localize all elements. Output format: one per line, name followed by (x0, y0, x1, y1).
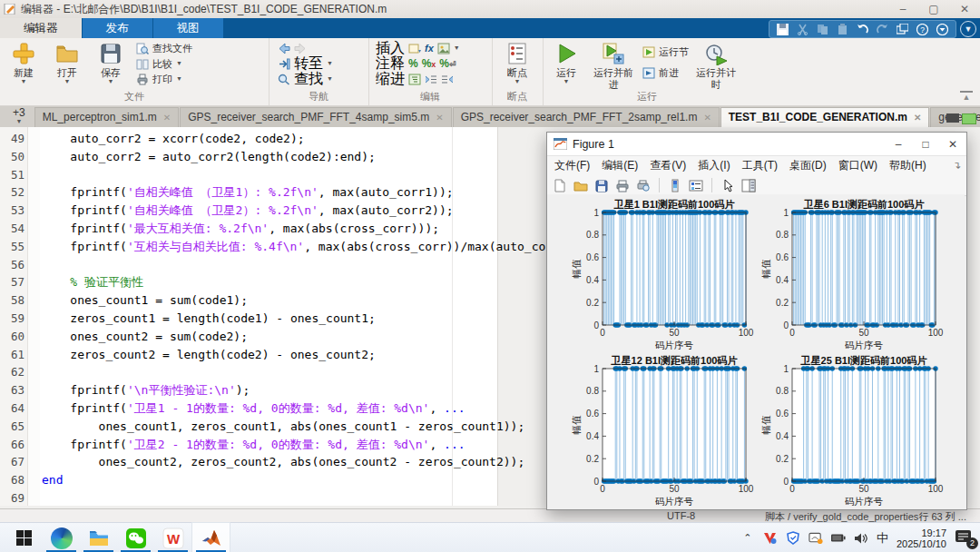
line-number[interactable]: 54– (0, 220, 27, 238)
qat-dropdown-icon[interactable] (936, 24, 948, 35)
property-inspector-icon[interactable] (741, 179, 756, 192)
save-button[interactable]: 保存▼ (93, 42, 129, 84)
help-icon[interactable]: ? (916, 24, 928, 35)
run-section-button[interactable]: 运行节 (642, 45, 689, 58)
goto-button[interactable]: 转至▼ (278, 57, 363, 70)
taskbar-file-explorer[interactable] (80, 523, 117, 552)
paste-icon[interactable] (837, 24, 848, 35)
start-button[interactable] (5, 523, 43, 552)
find-button[interactable]: 查找▼ (278, 73, 363, 85)
maximize-button[interactable]: ▢ (918, 0, 949, 18)
uncomment-icon[interactable]: %x (422, 57, 436, 70)
undo-icon[interactable] (857, 24, 868, 35)
pointer-icon[interactable] (720, 179, 735, 192)
line-number[interactable]: 50– (0, 148, 27, 166)
insert-image-icon[interactable] (437, 43, 450, 54)
find-files-button[interactable]: 查找文件 (136, 42, 192, 54)
tray-antivirus-icon[interactable] (763, 531, 778, 546)
editor-tab-1[interactable]: GPS_receiver_search_PMF_FFT_4samp_sim5.m… (180, 107, 451, 127)
taskbar-wechat[interactable] (117, 523, 154, 552)
figure-maximize-button[interactable]: □ (912, 133, 939, 155)
save-icon[interactable] (777, 24, 789, 35)
line-number[interactable]: 58– (0, 291, 27, 310)
wrap-comments-icon[interactable]: %⏎ (439, 57, 456, 70)
taskbar-edge[interactable] (43, 523, 80, 552)
menu-edit[interactable]: 编辑(E) (602, 158, 638, 173)
advance-button[interactable]: 前进 (642, 66, 689, 79)
line-number[interactable]: 63– (0, 381, 27, 399)
ribbon-tab-view[interactable]: 视图 (153, 18, 223, 38)
insert-fx-icon[interactable]: fx (425, 43, 434, 54)
run-time-button[interactable]: 运行并计时 (696, 42, 736, 91)
run-advance-button[interactable]: 运行并前进 (592, 42, 635, 91)
line-number[interactable]: 49– (0, 130, 27, 148)
editor-tab-3[interactable]: TEST_B1I_CODE_GENERATION.m✕ (720, 107, 930, 127)
tray-battery-icon[interactable] (831, 531, 846, 546)
menu-desktop[interactable]: 桌面(D) (789, 158, 827, 173)
code-analyzer-indicator[interactable] (962, 113, 976, 124)
ribbon-options-icon[interactable]: ▼ (960, 21, 976, 37)
new-button[interactable]: 新建▼ (5, 42, 42, 84)
taskbar-wps[interactable]: W (154, 523, 191, 552)
ime-indicator[interactable]: 中 (877, 530, 888, 547)
close-button[interactable]: ✕ (949, 0, 980, 18)
compare-button[interactable]: 比较▼ (136, 57, 192, 70)
indent-right-icon[interactable] (425, 74, 437, 85)
forward-icon[interactable] (294, 43, 307, 54)
tray-shield-icon[interactable] (786, 531, 800, 546)
ribbon-tab-editor[interactable]: 编辑器 (0, 18, 82, 38)
ribbon-tab-publish[interactable]: 发布 (83, 18, 152, 38)
figure-titlebar[interactable]: Figure 1 – □ ✕ (547, 133, 966, 156)
line-number[interactable]: 56 (0, 256, 27, 274)
line-number[interactable]: 61– (0, 346, 27, 364)
line-number[interactable]: 67 (0, 453, 27, 471)
colorbar-icon[interactable] (668, 179, 682, 192)
line-number[interactable]: 64– (0, 399, 27, 418)
redo-icon[interactable] (877, 24, 888, 35)
back-icon[interactable] (278, 43, 290, 54)
line-number[interactable]: 57 (0, 273, 27, 291)
figure-window[interactable]: Figure 1 – □ ✕ 文件(F) 编辑(E) 查看(V) 插入(I) 工… (546, 132, 967, 510)
menu-window[interactable]: 窗口(W) (838, 158, 877, 173)
line-number[interactable]: 51 (0, 166, 27, 184)
breakpoints-button[interactable]: 断点▼ (499, 42, 535, 84)
figure-close-button[interactable]: ✕ (939, 133, 966, 155)
smart-indent-icon[interactable] (408, 74, 421, 85)
print-button[interactable]: 打印▼ (136, 73, 192, 85)
menu-view[interactable]: 查看(V) (650, 158, 686, 173)
tab-close-icon[interactable]: ✕ (703, 108, 710, 127)
tab-overflow-button[interactable]: +3▼ (0, 106, 34, 127)
minimize-button[interactable]: – (887, 0, 918, 18)
indent-left-icon[interactable] (441, 74, 454, 85)
line-number[interactable]: 69 (0, 489, 27, 508)
dock-figure-icon[interactable]: ↴ (953, 160, 961, 172)
line-number[interactable]: 55– (0, 238, 27, 256)
line-number[interactable]: 62 (0, 363, 27, 381)
comment-icon[interactable]: % (408, 57, 418, 70)
tab-close-icon[interactable]: ✕ (163, 108, 171, 127)
insert-section-icon[interactable] (408, 43, 421, 54)
tab-close-icon[interactable]: ✕ (914, 108, 921, 127)
menu-help[interactable]: 帮助(H) (889, 158, 926, 173)
open-button[interactable]: 打开▼ (49, 42, 85, 84)
menu-insert[interactable]: 插入(I) (698, 158, 730, 173)
line-number[interactable]: 66– (0, 436, 27, 454)
legend-icon[interactable] (689, 179, 703, 192)
taskbar-matlab[interactable] (191, 522, 230, 552)
tray-volume-icon[interactable] (854, 531, 868, 546)
editor-tab-2[interactable]: GPS_receiver_search_PMF_FFT_2samp_rel1.m… (453, 107, 720, 127)
taskbar-clock[interactable]: 19:17 2025/10/10 (897, 527, 946, 549)
switch-windows-icon[interactable] (897, 24, 908, 35)
open-file-icon[interactable] (573, 179, 588, 192)
collapse-ribbon-icon[interactable]: ▲ (960, 91, 973, 102)
line-number[interactable]: 52– (0, 183, 27, 202)
new-figure-icon[interactable] (553, 179, 567, 192)
line-number[interactable]: 65 (0, 418, 27, 436)
menu-tools[interactable]: 工具(T) (742, 158, 778, 173)
editor-tab-0[interactable]: ML_perceptron_sim1.m✕ (34, 107, 179, 127)
copy-icon[interactable] (817, 24, 828, 35)
print-figure-icon[interactable] (615, 179, 630, 192)
line-number[interactable]: 53– (0, 202, 27, 220)
print-preview-icon[interactable] (636, 179, 651, 192)
save-figure-icon[interactable] (594, 179, 609, 192)
